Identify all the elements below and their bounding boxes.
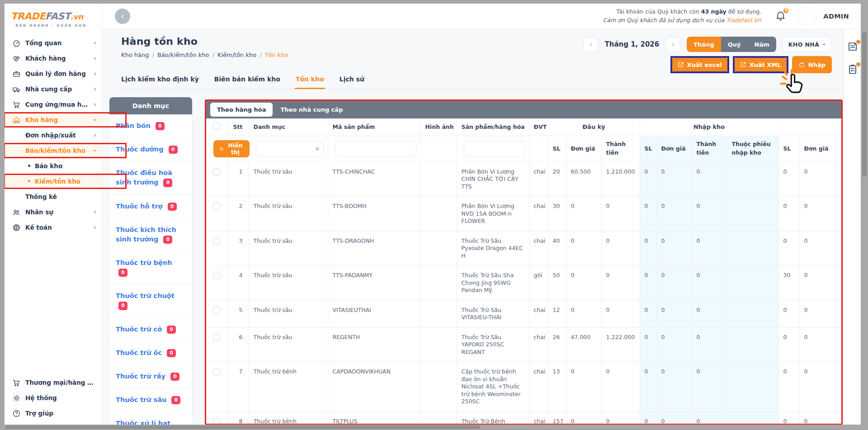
cell-stt: 6 bbox=[228, 327, 249, 362]
vertical-scrollbar[interactable] bbox=[862, 32, 867, 176]
sidebar-item-kiem-ton-kho[interactable]: •Kiểm/tồn kho bbox=[5, 174, 102, 189]
sidebar-item-label: Nhân sự bbox=[25, 208, 91, 216]
category-item-phan-bon[interactable]: Phân bón 0 bbox=[109, 114, 192, 138]
subcol-nhapkho-thanh-tien: Thành tiền bbox=[692, 136, 727, 162]
category-label: Thuốc xử lí hạt giống bbox=[116, 420, 170, 425]
breadcrumb-kiem-ton-kho[interactable]: Kiểm/tồn kho bbox=[217, 52, 256, 58]
row-checkbox[interactable] bbox=[213, 307, 220, 314]
sidebar-item-bao-kho[interactable]: •Báo kho bbox=[5, 158, 102, 174]
chevron-right-icon: › bbox=[672, 40, 675, 48]
cell-ma-san-pham: CAPDAOONVIKHUAN bbox=[328, 362, 420, 412]
sidebar-item-tong-quan[interactable]: Tổng quan› bbox=[5, 35, 102, 51]
next-period-button[interactable]: › bbox=[665, 37, 680, 52]
coin-icon bbox=[12, 223, 21, 232]
export-xml-button[interactable]: Xuất XML bbox=[735, 58, 787, 71]
filter-input-danh-muc[interactable] bbox=[256, 141, 324, 157]
cell-nhapkho-thanh-tien: 0 bbox=[692, 411, 727, 424]
cell-ma-san-pham: TILTPLUS bbox=[328, 411, 420, 424]
notifications-button[interactable]: 0 bbox=[775, 10, 786, 23]
sidebar-item-quan-ly-don-hang[interactable]: Quản lý đơn hàng› bbox=[5, 66, 102, 81]
category-item-thuoc-tru-sau[interactable]: Thuốc trừ sâu 0 bbox=[109, 388, 192, 412]
category-item-thuoc-kich-thich-sinh-truong[interactable]: Thuốc kích thích sinh trưởng 0 bbox=[109, 218, 192, 251]
category-item-thuoc-dieu-hoa-sinh-truong[interactable]: Thuốc điều hoà sinh trưởng 0 bbox=[109, 161, 192, 194]
sidebar-item-bao-kiem-ton-kho[interactable]: Báo/kiểm/tồn kho› bbox=[5, 143, 102, 158]
inventory-table-panel: Theo hàng hóa Theo nhà cung cấp Stt Danh… bbox=[206, 100, 842, 424]
cell-hinh-anh bbox=[420, 231, 457, 266]
row-checkbox[interactable] bbox=[213, 272, 220, 279]
category-item-thuoc-ho-tro[interactable]: Thuốc hỗ trợ 0 bbox=[109, 195, 192, 218]
category-item-thuoc-xu-li-hat-giong[interactable]: Thuốc xử lí hạt giống 0 bbox=[109, 412, 192, 425]
row-checkbox[interactable] bbox=[213, 203, 220, 210]
show-button[interactable]: Hiển thị bbox=[213, 140, 250, 157]
cell-ma-san-pham: TTS-PADANMY bbox=[328, 266, 420, 301]
category-panel: Danh mục Phân bón 0Thuốc dưỡng 0Thuốc đi… bbox=[109, 97, 192, 425]
cell-checkbox bbox=[206, 327, 228, 362]
back-button[interactable]: ‹ bbox=[115, 9, 130, 24]
sidebar-item-ke-toan[interactable]: Kế toán› bbox=[5, 220, 102, 235]
view-tab-theo-nha-cung-cap[interactable]: Theo nhà cung cấp bbox=[274, 103, 349, 117]
sidebar-item-nhan-su[interactable]: Nhân sự› bbox=[5, 204, 102, 220]
notification-badge: 0 bbox=[783, 7, 789, 14]
chevron-down-icon: › bbox=[91, 118, 99, 121]
category-item-thuoc-tru-benh[interactable]: Thuốc trừ bệnh 0 bbox=[109, 251, 192, 284]
table-row: 1Thuốc trừ sâuTTS-CHINCHACPhân Bón Vi Lư… bbox=[206, 162, 842, 197]
sidebar-item-thuong-mai-hang-hoa[interactable]: Thương mại/hàng hóa bbox=[5, 375, 102, 390]
cell-danh-muc: Thuốc trừ sâu bbox=[249, 300, 328, 327]
sidebar-item-he-thong[interactable]: Hệ thống bbox=[5, 390, 102, 406]
filter-cell-ma-san-pham bbox=[328, 136, 420, 162]
clear-filter-icon[interactable]: × bbox=[315, 144, 320, 153]
filter-input-ma-san-pham[interactable] bbox=[335, 141, 416, 157]
row-checkbox[interactable] bbox=[213, 334, 220, 341]
filter-input-san-pham[interactable] bbox=[464, 141, 525, 157]
category-item-thuoc-tru-oc[interactable]: Thuốc trừ ốc 0 bbox=[109, 341, 192, 365]
chevron-right-icon: › bbox=[94, 100, 96, 109]
user-name[interactable]: ADMIN bbox=[823, 13, 849, 20]
category-item-thuoc-tru-co[interactable]: Thuốc trừ cỏ 0 bbox=[109, 318, 192, 341]
export-excel-button[interactable]: Xuất excel bbox=[672, 58, 727, 71]
breadcrumb-kho-hang[interactable]: Kho hàng bbox=[121, 52, 149, 58]
sidebar-item-tro-giup[interactable]: Trợ giúp bbox=[5, 406, 102, 421]
cell-xuat-sl: 0 bbox=[778, 327, 799, 362]
segment-nam[interactable]: Năm bbox=[748, 37, 776, 52]
tab-lich-su[interactable]: Lịch sử bbox=[340, 76, 364, 83]
help-icon bbox=[12, 409, 21, 418]
cell-filler bbox=[836, 266, 842, 301]
sidebar-item-thong-ke[interactable]: Thống kê bbox=[5, 189, 102, 204]
sidebar-item-nha-cung-cap[interactable]: Nhà cung cấp› bbox=[5, 81, 102, 97]
cell-san-pham: Cặp thuốc trừ bệnh đạo ôn vi khuẩn Niclo… bbox=[457, 362, 529, 412]
export-xml-label: Xuất XML bbox=[750, 61, 781, 68]
tasks-panel-button[interactable] bbox=[847, 64, 858, 75]
logo-tld: .vn bbox=[71, 12, 83, 21]
breadcrumb-bao-kiem-ton-kho[interactable]: Báo/kiểm/tồn kho bbox=[157, 52, 209, 58]
row-checkbox[interactable] bbox=[213, 418, 220, 425]
sidebar-item-cung-ung-mua-hang[interactable]: Cung ứng/mua hàng› bbox=[5, 97, 102, 112]
row-checkbox[interactable] bbox=[213, 168, 220, 175]
tab-bien-ban-kiem-kho[interactable]: Biên bản kiểm kho bbox=[214, 76, 280, 83]
sidebar-item-khach-hang[interactable]: Khách hàng› bbox=[5, 51, 102, 66]
segment-quy[interactable]: Quý bbox=[721, 37, 748, 52]
cell-ma-san-pham: REGENTH bbox=[328, 327, 420, 362]
tab-ton-kho[interactable]: Tồn kho bbox=[296, 76, 324, 83]
category-item-thuoc-duong[interactable]: Thuốc dưỡng 0 bbox=[109, 138, 192, 161]
sidebar-item-kho-hang[interactable]: Kho hàng› bbox=[5, 112, 102, 128]
category-item-thuoc-tru-ray[interactable]: Thuốc trừ rầy 0 bbox=[109, 365, 192, 388]
tab-lich-kiem-kho-dinh-ky[interactable]: Lịch kiểm kho định kỳ bbox=[121, 76, 199, 83]
import-button[interactable]: Nhập bbox=[792, 56, 832, 73]
select-all-checkbox[interactable] bbox=[213, 123, 220, 130]
category-item-thuoc-tru-chuot[interactable]: Thuốc trừ chuột 0 bbox=[109, 284, 192, 317]
row-checkbox[interactable] bbox=[213, 237, 220, 245]
avatar[interactable] bbox=[798, 7, 817, 26]
row-checkbox[interactable] bbox=[213, 368, 220, 375]
notes-panel-button[interactable] bbox=[847, 41, 858, 52]
account-brand-link[interactable]: Tradefast.Vn bbox=[726, 17, 761, 24]
view-tab-theo-hang-hoa[interactable]: Theo hàng hóa bbox=[210, 103, 273, 117]
category-list: Phân bón 0Thuốc dưỡng 0Thuốc điều hoà si… bbox=[109, 114, 192, 425]
segment-thang[interactable]: Tháng bbox=[687, 37, 721, 52]
sidebar-item-don-nhap-xuat[interactable]: Đơn nhập/xuất› bbox=[5, 128, 102, 143]
warehouse-select[interactable]: KHO NHÀ › bbox=[783, 37, 832, 52]
app-logo[interactable]: TRADEFAST.vn BÁN NHANH - QUẢN GỌN bbox=[5, 4, 102, 28]
horizontal-scrollbar[interactable] bbox=[5, 425, 480, 429]
gauge-icon bbox=[12, 38, 21, 47]
prev-period-button[interactable]: ‹ bbox=[583, 37, 598, 52]
cell-nhapkho-don-gia: 0 bbox=[656, 162, 692, 197]
